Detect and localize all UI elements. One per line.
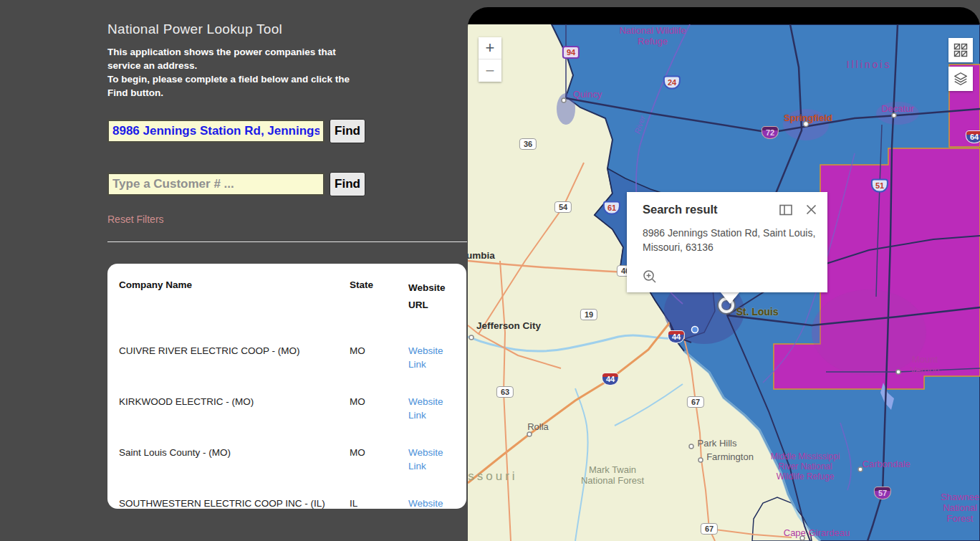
company-name-cell: Saint Louis County - (MO) (119, 446, 327, 459)
map-container: National Wildlife RefugeIllinoisQuincySp… (468, 7, 980, 541)
dock-popup-icon[interactable] (779, 204, 792, 216)
basemap-gallery-button[interactable] (948, 38, 973, 62)
state-cell: MO (350, 344, 394, 358)
results-table-header: Company Name State Website URL (119, 279, 455, 314)
website-link[interactable]: Website Link (408, 345, 443, 370)
app-description-line1: This application shows the power compani… (107, 45, 365, 72)
zoom-in-button[interactable]: + (479, 37, 501, 59)
results-table: Company Name State Website URL CUIVRE RI… (107, 264, 466, 509)
zoom-to-icon[interactable] (643, 269, 657, 284)
company-name-header: Company Name (119, 279, 327, 290)
customer-number-input[interactable] (107, 173, 325, 196)
results-table-body: CUIVRE RIVER ELECTRIC COOP - (MO)MOWebsi… (119, 344, 455, 509)
website-link[interactable]: Website Link (408, 396, 443, 421)
address-search-row: Find (107, 119, 365, 143)
zoom-control: + − (479, 37, 501, 82)
close-popup-icon[interactable] (806, 204, 817, 215)
app-description: This application shows the power compani… (107, 45, 365, 100)
table-row: KIRKWOOD ELECTRIC - (MO)MOWebsite Link (119, 395, 455, 422)
popup-address: 8986 Jennings Station Rd, Saint Louis, M… (643, 226, 817, 254)
company-name-cell: KIRKWOOD ELECTRIC - (MO) (119, 395, 327, 408)
company-name-cell: CUIVRE RIVER ELECTRIC COOP - (MO) (119, 344, 327, 358)
company-name-cell: SOUTHWESTERN ELECTRIC COOP INC - (IL) (119, 497, 327, 509)
app-description-line2: To begin, please complete a field below … (107, 72, 365, 100)
layers-button[interactable] (948, 67, 973, 91)
address-input[interactable] (107, 120, 325, 143)
find-customer-button[interactable]: Find (330, 172, 365, 196)
state-cell: IL (350, 497, 394, 509)
customer-search-row: Find (107, 172, 365, 196)
website-link[interactable]: Website Link (408, 498, 443, 509)
popup-title: Search result (643, 203, 779, 216)
basemap-gallery-icon (953, 43, 968, 57)
layers-icon (953, 71, 969, 87)
state-cell: MO (350, 395, 394, 408)
website-url-header: Website URL (408, 279, 455, 314)
state-header: State (350, 279, 394, 290)
table-row: Saint Louis County - (MO)MOWebsite Link (119, 446, 455, 473)
find-address-button[interactable]: Find (330, 119, 365, 143)
zoom-out-button[interactable]: − (479, 59, 501, 82)
popup-pointer (720, 292, 740, 304)
table-row: SOUTHWESTERN ELECTRIC COOP INC - (IL)ILW… (119, 497, 455, 509)
reset-filters-link[interactable]: Reset Filters (107, 214, 164, 225)
table-row: CUIVRE RIVER ELECTRIC COOP - (MO)MOWebsi… (119, 344, 455, 371)
website-link[interactable]: Website Link (408, 447, 443, 471)
search-result-popup: Search result 8986 Jennings Station Rd, … (627, 192, 827, 292)
state-cell: MO (350, 446, 394, 459)
sidebar-panel: National Power Lookup Tool This applicat… (0, 0, 468, 541)
page-title: National Power Lookup Tool (107, 21, 365, 37)
sidebar-divider (107, 241, 467, 242)
